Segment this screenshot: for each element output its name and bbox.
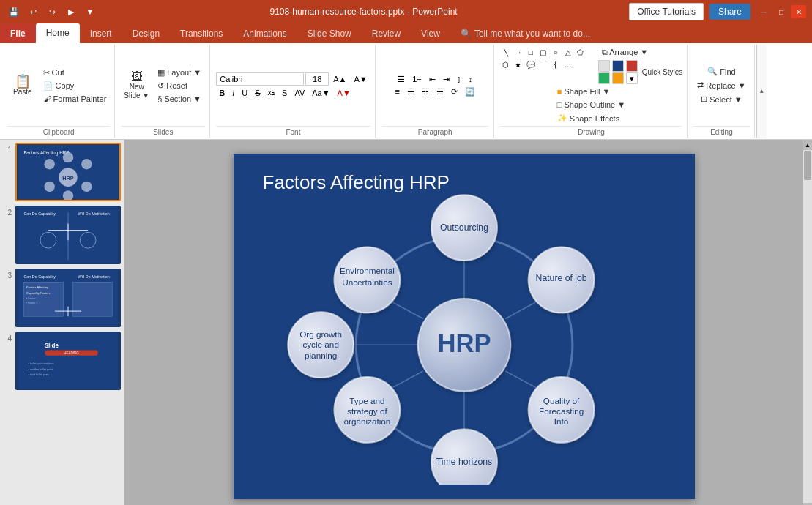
cut-button[interactable]: ✂ Cut bbox=[40, 67, 111, 79]
shape-fill-button[interactable]: ■ Shape Fill ▼ bbox=[554, 86, 629, 97]
replace-button[interactable]: ⇄ Replace ▼ bbox=[693, 79, 749, 91]
font-name-input[interactable] bbox=[216, 72, 304, 86]
text-direction-button[interactable]: ⟳ bbox=[448, 86, 461, 97]
shape-rounded-rect[interactable]: ▢ bbox=[537, 46, 549, 58]
share-button[interactable]: Share bbox=[709, 4, 750, 20]
align-right-button[interactable]: ☷ bbox=[419, 86, 432, 97]
bullets-button[interactable]: ☰ bbox=[395, 74, 408, 85]
reset-icon: ↺ bbox=[157, 81, 164, 91]
shape-callout[interactable]: 💬 bbox=[525, 59, 537, 70]
redo-button[interactable]: ↪ bbox=[44, 4, 60, 20]
char-spacing-button[interactable]: AV bbox=[291, 88, 308, 98]
tab-home[interactable]: Home bbox=[36, 23, 80, 43]
change-case-button[interactable]: Aa▼ bbox=[309, 88, 332, 98]
slide-thumbnail-2-svg: Can Do Capability Will Do Motivation bbox=[17, 207, 119, 263]
slide-thumb-1[interactable]: 1 Factors Affecting HRP HRP bbox=[3, 143, 121, 201]
arrange-style-group: ⧉ Arrange ▼ ▼ Quick Styles bbox=[598, 46, 683, 84]
italic-button[interactable]: I bbox=[229, 88, 237, 98]
layout-button[interactable]: ▦ Layout ▼ bbox=[154, 67, 205, 79]
shape-oval[interactable]: ○ bbox=[550, 46, 562, 58]
present-button[interactable]: ▶ bbox=[63, 4, 79, 20]
justify-button[interactable]: ☰ bbox=[433, 86, 447, 97]
style-5[interactable] bbox=[612, 72, 624, 84]
style-3[interactable] bbox=[626, 60, 638, 72]
tab-view[interactable]: View bbox=[411, 24, 450, 43]
tab-file[interactable]: File bbox=[0, 24, 36, 43]
shape-triangle[interactable]: △ bbox=[562, 46, 574, 58]
tab-design[interactable]: Design bbox=[122, 24, 170, 43]
subscript-button[interactable]: x₂ bbox=[265, 87, 278, 98]
minimize-button[interactable]: ─ bbox=[756, 5, 771, 18]
group-slides: 🖼 NewSlide ▼ ▦ Layout ▼ ↺ Reset § Sectio… bbox=[116, 45, 210, 138]
tab-tell-me[interactable]: 🔍 Tell me what you want to do... bbox=[450, 24, 600, 43]
decrease-indent-button[interactable]: ⇤ bbox=[426, 74, 439, 85]
decrease-font-button[interactable]: A▼ bbox=[351, 74, 370, 84]
ribbon-collapse-button[interactable]: ▲ bbox=[756, 45, 767, 138]
slide-thumb-4[interactable]: 4 Slide HEADING • bullet point text here… bbox=[3, 332, 121, 390]
convert-smartart-button[interactable]: 🔄 bbox=[462, 86, 478, 97]
format-painter-button[interactable]: 🖌 Format Painter bbox=[40, 93, 111, 105]
arrange-button[interactable]: ⧉ Arrange ▼ bbox=[598, 46, 683, 59]
paste-button[interactable]: 📋 Paste bbox=[7, 72, 38, 100]
reset-button[interactable]: ↺ Reset bbox=[154, 80, 205, 92]
quick-access-toolbar: 💾 ↩ ↪ ▶ ▼ bbox=[6, 4, 98, 20]
shape-effects-button[interactable]: ✨ Shape Effects bbox=[554, 112, 629, 124]
underline-button[interactable]: U bbox=[239, 88, 250, 98]
slide-preview-4[interactable]: Slide HEADING • bullet point text here •… bbox=[15, 332, 121, 390]
columns-button[interactable]: ⫿ bbox=[454, 74, 464, 84]
slide-thumb-2[interactable]: 2 Can Do Capability Will Do Motivation bbox=[3, 206, 121, 264]
tab-insert[interactable]: Insert bbox=[80, 24, 122, 43]
shadow-button[interactable]: S bbox=[279, 88, 290, 98]
svg-text:Will Do Motivation: Will Do Motivation bbox=[78, 212, 110, 216]
find-button[interactable]: 🔍 Find bbox=[704, 65, 739, 78]
section-button[interactable]: § Section ▼ bbox=[154, 93, 205, 105]
numbering-button[interactable]: 1≡ bbox=[409, 74, 425, 84]
scroll-up-button[interactable]: ▲ bbox=[803, 140, 812, 150]
shape-outline-button[interactable]: □ Shape Outline ▼ bbox=[554, 99, 629, 111]
save-button[interactable]: 💾 bbox=[6, 4, 22, 20]
font-color-button[interactable]: A▼ bbox=[335, 88, 354, 98]
copy-button[interactable]: 📄 Copy bbox=[40, 80, 111, 92]
svg-text:• another bullet point: • another bullet point bbox=[29, 368, 53, 371]
new-slide-button[interactable]: 🖼 NewSlide ▼ bbox=[121, 70, 152, 102]
scroll-thumb[interactable] bbox=[804, 151, 811, 180]
slide-thumb-3[interactable]: 3 Can Do Capability Will Do Motivation F… bbox=[3, 269, 121, 327]
increase-font-button[interactable]: A▲ bbox=[330, 74, 349, 84]
style-more[interactable]: ▼ bbox=[626, 72, 638, 84]
svg-text:HRP: HRP bbox=[62, 175, 73, 182]
maximize-button[interactable]: □ bbox=[774, 5, 789, 18]
style-4[interactable] bbox=[598, 72, 610, 84]
tab-transitions[interactable]: Transitions bbox=[170, 24, 233, 43]
slide-num-1: 1 bbox=[3, 146, 12, 154]
shape-pentagon[interactable]: ⬠ bbox=[575, 46, 586, 58]
slide-preview-3[interactable]: Can Do Capability Will Do Motivation Fac… bbox=[15, 269, 121, 327]
strikethrough-button[interactable]: S bbox=[252, 88, 263, 98]
style-1[interactable] bbox=[598, 60, 610, 72]
office-tutorials-button[interactable]: Office Tutorials bbox=[629, 3, 704, 20]
shape-hex[interactable]: ⬡ bbox=[500, 59, 512, 70]
close-button[interactable]: ✕ bbox=[791, 5, 806, 18]
bold-button[interactable]: B bbox=[216, 88, 228, 98]
tab-slideshow[interactable]: Slide Show bbox=[297, 24, 362, 43]
increase-indent-button[interactable]: ⇥ bbox=[440, 74, 452, 85]
shape-more[interactable]: … bbox=[562, 59, 574, 70]
align-left-button[interactable]: ≡ bbox=[392, 86, 402, 97]
select-button[interactable]: ⊡ Select ▼ bbox=[697, 93, 746, 105]
line-spacing-button[interactable]: ↕ bbox=[466, 74, 476, 84]
shape-rect[interactable]: □ bbox=[525, 46, 537, 58]
shape-arrow[interactable]: → bbox=[513, 46, 524, 58]
style-2[interactable] bbox=[612, 60, 624, 72]
drawing-controls: ╲ → □ ▢ ○ △ ⬠ ⬡ ★ 💬 ⌒ { … bbox=[500, 46, 683, 124]
shape-star[interactable]: ★ bbox=[513, 59, 524, 70]
undo-button[interactable]: ↩ bbox=[25, 4, 41, 20]
slide-preview-2[interactable]: Can Do Capability Will Do Motivation bbox=[15, 206, 121, 264]
align-center-button[interactable]: ☰ bbox=[404, 86, 417, 97]
tab-review[interactable]: Review bbox=[362, 24, 411, 43]
shape-curve[interactable]: ⌒ bbox=[537, 59, 549, 70]
tab-animations[interactable]: Animations bbox=[233, 24, 297, 43]
customize-button[interactable]: ▼ bbox=[82, 4, 98, 20]
font-size-input[interactable] bbox=[305, 72, 329, 86]
shape-line[interactable]: ╲ bbox=[500, 46, 512, 58]
slide-preview-1[interactable]: Factors Affecting HRP HRP bbox=[15, 143, 121, 201]
shape-brace[interactable]: { bbox=[550, 59, 562, 70]
